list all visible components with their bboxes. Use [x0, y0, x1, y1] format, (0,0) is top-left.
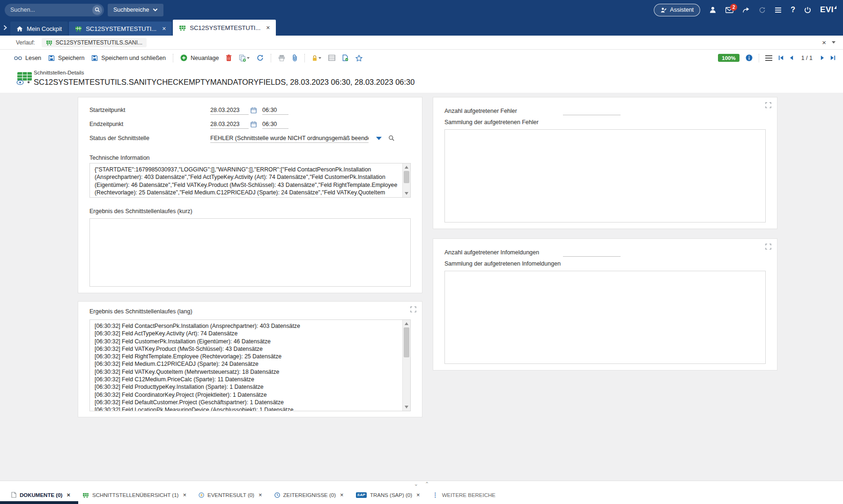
bottom-tab-schnittstellenuebersicht[interactable]: SCHNITTSTELLENÜBERSICHT (1) ×	[78, 489, 191, 501]
assistant-button[interactable]: Assistent	[654, 4, 701, 16]
new-record-button[interactable]: Neuanlage	[180, 54, 219, 61]
tab-mein-cockpit[interactable]: Mein Cockpit	[10, 22, 68, 36]
lock-icon[interactable]	[312, 55, 321, 61]
menu-icon[interactable]	[765, 55, 772, 61]
save-close-icon	[91, 55, 98, 61]
inbox-icon[interactable]: 2	[725, 7, 733, 13]
tab-sc12systemtestutils-1[interactable]: SC12SYSTEMTESTUTI... ×	[69, 22, 172, 36]
global-search-box[interactable]	[5, 4, 104, 16]
save-button[interactable]: Speichern	[48, 55, 84, 61]
forward-icon[interactable]	[742, 7, 750, 13]
errors-card: Anzahl aufgetretener Fehler Sammlung der…	[433, 97, 777, 229]
close-icon[interactable]: ×	[266, 24, 270, 31]
power-icon[interactable]	[804, 7, 811, 14]
close-icon[interactable]: ×	[67, 491, 70, 498]
info-count-field[interactable]	[563, 248, 621, 257]
error-collection-value	[445, 130, 765, 134]
info-collection-textbox[interactable]	[444, 271, 766, 364]
bottom-tab-trans-sap[interactable]: SAP TRANS (SAP) (0) ×	[351, 489, 425, 501]
history-item-label: SC12SYSTEMTESTUTILS.SANI...	[56, 39, 142, 46]
end-date-field[interactable]: 28.03.2023	[210, 120, 249, 129]
history-item[interactable]: SC12SYSTEMTESTUTILS.SANI...	[42, 38, 147, 47]
bottom-tab-eventresult[interactable]: EVENTRESULT (0) ×	[194, 489, 267, 501]
zoom-badge[interactable]: 100%	[718, 54, 739, 62]
info-collection-value	[445, 271, 765, 276]
save-icon	[48, 55, 55, 61]
list-icon[interactable]	[775, 7, 782, 13]
user-icon[interactable]	[709, 6, 717, 14]
help-icon[interactable]: ?	[791, 6, 795, 14]
topbar-actions: Assistent 2 ? EVI	[654, 4, 836, 16]
tech-info-textbox[interactable]: {"STARTDATE":1679985030937,"LOGGING":[],…	[89, 163, 411, 198]
scrollbar[interactable]	[402, 320, 410, 411]
collapse-up-icon[interactable]: ⌃	[425, 482, 429, 487]
bottom-tab-dokumente[interactable]: DOKUMENTE (0) ×	[7, 489, 75, 501]
close-icon[interactable]: ×	[259, 491, 262, 498]
save-and-close-button[interactable]: Speichern und schließen	[91, 55, 166, 61]
error-count-field[interactable]	[563, 107, 621, 115]
scroll-down-icon[interactable]	[405, 192, 408, 195]
scroll-up-icon[interactable]	[405, 166, 408, 169]
panel-expand-chevron-icon[interactable]	[0, 20, 10, 36]
chevron-down-icon[interactable]	[318, 57, 321, 59]
info-icon[interactable]	[746, 54, 753, 61]
read-button[interactable]: Lesen	[14, 55, 41, 61]
search-scopes-button[interactable]: Suchbereiche	[108, 4, 163, 16]
scroll-thumb[interactable]	[404, 171, 409, 183]
sync-icon[interactable]	[759, 7, 766, 14]
collapse-down-icon[interactable]: ⌄	[414, 482, 418, 487]
start-date-field[interactable]: 28.03.2023	[210, 106, 249, 115]
fullscreen-icon[interactable]	[765, 244, 771, 250]
status-dropdown[interactable]: FEHLER (Schnittstelle wurde NICHT ordnun…	[210, 134, 369, 143]
search-input[interactable]	[10, 7, 92, 13]
end-time-row: Endzeitpunkt 28.03.2023 06:30	[89, 117, 411, 131]
calendar-icon[interactable]	[251, 121, 257, 127]
end-time-field[interactable]: 06:30	[262, 120, 288, 129]
fullscreen-icon[interactable]	[410, 306, 416, 312]
scroll-up-icon[interactable]	[405, 322, 408, 325]
scroll-thumb[interactable]	[404, 327, 409, 357]
refresh-icon[interactable]	[257, 54, 264, 61]
assistant-person-icon	[660, 7, 666, 13]
bottom-tab-weitere-bereiche[interactable]: ⋮ WEITERE BEREICHE	[428, 489, 500, 501]
next-page-icon[interactable]	[821, 55, 824, 60]
close-icon[interactable]: ×	[340, 491, 344, 498]
first-page-icon[interactable]	[778, 55, 784, 60]
chevron-down-icon[interactable]	[832, 41, 836, 44]
close-icon[interactable]: ×	[822, 38, 826, 46]
document-check-icon[interactable]	[342, 54, 348, 61]
dropdown-caret-icon[interactable]	[376, 137, 382, 140]
bottom-tab-label: WEITERE BEREICHE	[442, 492, 495, 498]
tab-sc12systemtestutils-2-active[interactable]: SC12SYSTEMTESTUTI... ×	[173, 20, 276, 36]
prev-page-icon[interactable]	[790, 55, 793, 60]
bottom-tab-zeitereignisse[interactable]: ZEITEREIGNISSE (0) ×	[270, 489, 348, 501]
error-count-label: Anzahl aufgetretener Fehler	[444, 108, 563, 115]
attachment-icon[interactable]	[292, 54, 297, 62]
start-time-field[interactable]: 06:30	[262, 106, 288, 115]
record-header: Schnittstellen-Details SC12SYSTEMTESTUTI…	[0, 66, 843, 93]
close-icon[interactable]: ×	[183, 491, 186, 498]
read-label: Lesen	[25, 55, 41, 61]
table-icon[interactable]	[328, 55, 335, 61]
bottom-tab-strip: DOKUMENTE (0) × SCHNITTSTELLENÜBERSICHT …	[7, 489, 500, 501]
favorite-star-icon[interactable]	[355, 55, 362, 61]
result-short-label: Ergebnis des Schnittstellenlaufes (kurz)	[89, 208, 411, 216]
delete-icon[interactable]	[226, 54, 232, 61]
calendar-icon[interactable]	[251, 107, 257, 113]
search-icon[interactable]	[92, 5, 102, 15]
chevron-down-icon[interactable]	[247, 57, 250, 59]
print-icon[interactable]	[278, 55, 285, 61]
last-page-icon[interactable]	[830, 55, 836, 60]
result-short-textbox[interactable]	[89, 218, 411, 287]
close-icon[interactable]: ×	[162, 25, 166, 32]
error-collection-textbox[interactable]	[444, 129, 766, 222]
chevron-down-icon	[153, 8, 158, 12]
status-search-icon[interactable]	[388, 135, 395, 141]
result-long-textbox[interactable]: [06:30:32] Feld ContactPersonPk.Installa…	[89, 319, 411, 411]
interface-icon	[179, 25, 186, 31]
scrollbar[interactable]	[402, 163, 410, 197]
fullscreen-icon[interactable]	[765, 102, 771, 108]
close-icon[interactable]: ×	[416, 491, 420, 498]
copy-icon[interactable]	[239, 54, 250, 62]
scroll-down-icon[interactable]	[405, 406, 408, 408]
